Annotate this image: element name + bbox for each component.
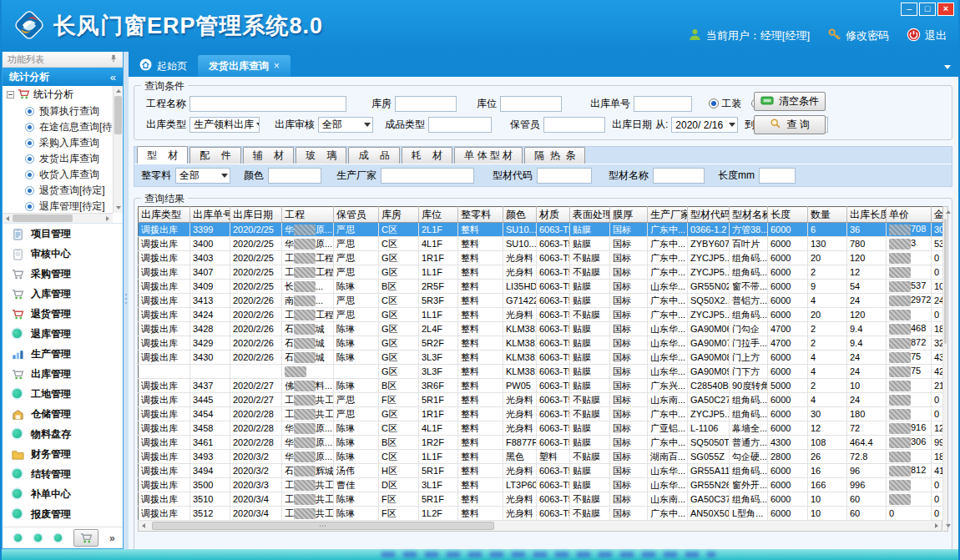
column-header-数量[interactable]: 数量	[808, 207, 847, 223]
scrollbar-thumb[interactable]	[114, 96, 122, 134]
column-header-材质[interactable]: 材质	[537, 207, 570, 223]
sidebar-item-财务管理[interactable]: 财务管理	[3, 444, 123, 464]
logout-button[interactable]: 退出	[907, 28, 947, 44]
sidebar-item-入库管理[interactable]: 入库管理	[3, 284, 123, 304]
scrollbar-thumb[interactable]	[944, 219, 947, 344]
column-header-单价[interactable]: 单价	[887, 207, 932, 223]
maximize-button[interactable]: □	[919, 3, 936, 16]
tree-root-stats[interactable]: 统计分析	[3, 86, 113, 103]
table-row[interactable]: 调拨出库34282020/2/26石城陈琳G区2L4F整料KLM38176063…	[139, 322, 943, 336]
tree-horizontal-scrollbar[interactable]	[3, 213, 113, 223]
pin-icon[interactable]	[109, 54, 118, 64]
column-header-工程[interactable]: 工程	[282, 207, 334, 223]
tree-expander-icon[interactable]	[7, 91, 14, 98]
table-row[interactable]: 调拨出库34072020/2/25工工程严思G区1L1F整料光身料6063-T5…	[139, 265, 943, 280]
grid-horizontal-scrollbar[interactable]	[138, 521, 942, 532]
product-type-input[interactable]	[428, 117, 492, 133]
material-tab-辅材[interactable]: 辅 材	[243, 147, 294, 164]
change-password-button[interactable]: 修改密码	[827, 28, 889, 44]
minimize-button[interactable]: –	[901, 3, 917, 16]
column-header-出库日期[interactable]: 出库日期	[230, 207, 282, 223]
tree-item-退库管理[待定][interactable]: 退库管理[待定]	[3, 199, 113, 213]
table-row[interactable]: G区3L3F整料KLM38176063-T5贴膜国标山东华...GA90M09.…	[139, 365, 943, 379]
tree-item-在途信息查询[待[interactable]: 在途信息查询[待	[3, 119, 113, 135]
material-tab-单体型材[interactable]: 单 体 型 材	[454, 147, 523, 164]
table-row[interactable]: 调拨出库34032020/2/25工工程严思G区1R1F整料光身料6063-T5…	[139, 251, 943, 265]
sidebar-item-项目管理[interactable]: 项目管理	[3, 224, 123, 244]
tab-list-dropdown-icon[interactable]	[944, 65, 951, 69]
collapse-icon[interactable]: «	[110, 71, 116, 83]
profile-code-input[interactable]	[537, 168, 592, 184]
search-button[interactable]: 查 询	[754, 115, 826, 134]
column-header-金[interactable]: 金	[932, 207, 943, 223]
sidebar-item-补单中心[interactable]: 补单中心	[3, 484, 123, 504]
sidebar-item-出库管理[interactable]: 出库管理	[3, 364, 123, 384]
tree-item-退货查询[待定][interactable]: 退货查询[待定]	[3, 183, 113, 199]
column-header-保管员[interactable]: 保管员	[334, 207, 379, 223]
column-header-表面处理[interactable]: 表面处理	[570, 207, 610, 223]
table-row[interactable]: 调拨出库34942020/3/2石辉城汤伟H区5R1F整料光身料6063-T5贴…	[139, 464, 943, 478]
length-input[interactable]	[759, 168, 796, 184]
table-row[interactable]: 调拨出库35002020/3/3工共工程曹佳D区3L1F整料LT3P606063…	[139, 478, 943, 492]
column-header-出库长度[interactable]: 出库长度	[847, 207, 887, 223]
profile-name-input[interactable]	[653, 168, 705, 184]
audit-select[interactable]: 全部	[318, 117, 373, 133]
column-header-膜厚[interactable]: 膜厚	[610, 207, 648, 223]
sidebar-item-退货管理[interactable]: 退货管理	[3, 304, 123, 324]
scrollbar-thumb[interactable]	[13, 214, 73, 222]
table-row[interactable]: 调拨出库34002020/2/25华原...严思C区4L1F整料SU10...6…	[139, 237, 943, 251]
column-header-颜色[interactable]: 颜色	[503, 207, 537, 223]
table-row[interactable]: 调拨出库34542020/2/28工共工程严思G区1R1F整料光身料6063-T…	[139, 407, 943, 421]
module-dot-icon[interactable]	[13, 533, 23, 542]
table-row[interactable]: 调拨出库34372020/2/27佛料...陈琳B区3R6F整料PW056063…	[139, 379, 943, 393]
tree-item-预算执行查询[interactable]: 预算执行查询	[3, 103, 113, 119]
table-row[interactable]: 调拨出库34292020/2/26石城陈琳G区5R2F整料KLM38176063…	[139, 336, 943, 351]
gongzhuang-radio[interactable]: 工装	[709, 97, 741, 111]
scrollbar-thumb[interactable]	[152, 522, 494, 530]
project-name-input[interactable]	[189, 96, 346, 112]
tree-item-收货入库查询[interactable]: 收货入库查询	[3, 167, 113, 183]
material-tab-耗材[interactable]: 耗 材	[402, 147, 452, 164]
clear-conditions-button[interactable]: 清空条件	[754, 92, 826, 111]
table-row[interactable]: 调拨出库34452020/2/27工共工程严思F区5R1F整料光身料6063-T…	[139, 393, 943, 407]
sidebar-item-生产管理[interactable]: 生产管理	[3, 344, 123, 364]
outbound-type-select[interactable]: 生产领料出库	[189, 117, 260, 133]
whole-part-select[interactable]: 全部	[175, 168, 230, 184]
sidebar-item-仓储管理[interactable]: 仓储管理	[3, 404, 123, 424]
table-row[interactable]: 调拨出库35102020/3/4工共工程陈琳F区5R1F整料光身料6063-T5…	[139, 492, 943, 507]
table-row[interactable]: 调拨出库34132020/2/26南...严思C区5R3F整料G71422606…	[139, 294, 943, 308]
close-button[interactable]: ×	[937, 3, 954, 16]
material-tab-配件[interactable]: 配 件	[189, 147, 240, 164]
material-tab-成品[interactable]: 成 品	[348, 147, 399, 164]
sidebar-item-结转管理[interactable]: 结转管理	[3, 464, 123, 484]
sidebar-item-工地管理[interactable]: 工地管理	[3, 384, 123, 404]
column-header-整零料[interactable]: 整零料	[458, 207, 503, 223]
sidebar-item-物料盘存[interactable]: 物料盘存	[3, 424, 123, 444]
column-header-库位[interactable]: 库位	[419, 207, 458, 223]
keeper-input[interactable]	[543, 117, 605, 133]
column-header-生产厂家[interactable]: 生产厂家	[648, 207, 688, 223]
sidebar-item-退库管理[interactable]: 退库管理	[3, 324, 123, 344]
table-row[interactable]: 调拨出库34582020/2/28华原...陈琳C区4L1F整料光身料6063-…	[139, 421, 943, 436]
tab-close-icon[interactable]: ×	[274, 60, 280, 72]
module-dot-icon[interactable]	[53, 533, 63, 542]
tab-home[interactable]: 起始页	[129, 55, 198, 77]
sidebar-item-采购管理[interactable]: 采购管理	[3, 264, 123, 284]
location-input[interactable]	[500, 96, 562, 112]
table-row[interactable]: 调拨出库35122020/3/4工共工程陈琳F区1L2F整料光身料6063-T5…	[139, 507, 943, 521]
material-tab-型材[interactable]: 型 材	[137, 146, 188, 164]
stats-module-button[interactable]	[73, 529, 99, 547]
table-row[interactable]: 调拨出库34242020/2/26工工程严思G区1L1F整料光身料6063-T5…	[139, 308, 943, 322]
column-header-出库类型[interactable]: 出库类型	[139, 207, 190, 223]
table-row[interactable]: 调拨出库34302020/2/26石城陈琳G区3L3F整料KLM38176063…	[139, 351, 943, 365]
material-tab-玻璃[interactable]: 玻 璃	[296, 147, 346, 164]
tree-item-采购入库查询[interactable]: 采购入库查询	[3, 135, 113, 151]
outbound-no-input[interactable]	[634, 96, 692, 112]
table-row[interactable]: 调拨出库34092020/2/25长...陈琳B区2R5F整料LI35HD606…	[139, 280, 943, 294]
date-from-select[interactable]: 2020/ 2/16	[671, 117, 738, 133]
column-header-型材代码[interactable]: 型材代码	[688, 207, 730, 223]
material-tab-隔热条[interactable]: 隔 热 条	[524, 147, 585, 164]
tree-item-发货出库查询[interactable]: 发货出库查询	[3, 151, 113, 167]
more-modules-chevron[interactable]: »	[109, 533, 115, 543]
tab-shipment-outbound-query[interactable]: 发货出库查询 ×	[198, 55, 291, 77]
